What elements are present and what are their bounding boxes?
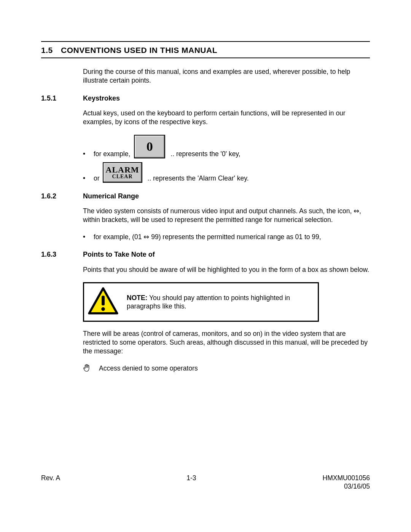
note-box: NOTE: You should pay attention to points…: [83, 282, 319, 322]
section-title: CONVENTIONS USED IN THIS MANUAL: [61, 45, 217, 55]
subsection-heading: 1.6.3 Points to Take Note of: [41, 250, 370, 259]
note-label: NOTE:: [127, 294, 147, 302]
subsection-para: Actual keys, used on the keyboard to per…: [83, 109, 370, 126]
rule-bottom: [41, 58, 370, 58]
zero-key-icon: 0: [134, 135, 165, 158]
stop-hand-icon: [83, 364, 91, 373]
footer-right: HMXMU001056 03/16/05: [323, 474, 370, 491]
bullet-text-pre: for example,: [94, 150, 130, 158]
subsection-heading: 1.6.2 Numerical Range: [41, 192, 370, 201]
subsection-para: Points that you should be aware of will …: [83, 265, 370, 274]
svg-rect-1: [102, 296, 105, 306]
subsection-para: The video system consists of numerous vi…: [83, 207, 370, 224]
after-note-para: There will be areas (control of cameras,…: [83, 329, 370, 355]
warning-triangle-icon: [88, 287, 118, 317]
subsection-number: 1.6.3: [41, 250, 83, 259]
section-intro: During the course of this manual, icons …: [83, 67, 370, 85]
list-item: • for example, 0 .. represents the '0' k…: [83, 135, 370, 158]
bullet-list: • for example, (01 ⇔ 99) represents the …: [83, 233, 370, 241]
page-footer: Rev. A 1-3 HMXMU001056 03/16/05: [41, 474, 370, 491]
rule-top: [41, 41, 370, 42]
subsection-number: 1.5.1: [41, 94, 83, 103]
footer-doc: HMXMU001056: [323, 474, 370, 482]
bullet-text-post: .. represents the '0' key,: [170, 150, 240, 158]
bullet-list: • for example, 0 .. represents the '0' k…: [83, 135, 370, 183]
list-item: • for example, (01 ⇔ 99) represents the …: [83, 233, 370, 241]
svg-point-2: [101, 307, 105, 311]
alarm-clear-key-icon: ALARM CLEAR: [103, 162, 142, 183]
subsection-heading: 1.5.1 Keystrokes: [41, 94, 370, 103]
subsection-number: 1.6.2: [41, 192, 83, 201]
footer-date: 03/16/05: [344, 482, 370, 490]
note-text: NOTE: You should pay attention to points…: [127, 294, 311, 311]
section-number: 1.5: [41, 45, 61, 55]
bullet-text: for example, (01 ⇔ 99) represents the pe…: [94, 233, 321, 241]
bullet-text-pre: or: [94, 174, 100, 183]
subsection-title: Points to Take Note of: [83, 250, 155, 259]
subsection-title: Numerical Range: [83, 192, 139, 201]
access-denied-row: Access denied to some operators: [83, 364, 370, 373]
access-denied-text: Access denied to some operators: [99, 364, 198, 373]
footer-center: 1-3: [186, 474, 196, 491]
footer-left: Rev. A: [41, 474, 60, 491]
bullet-text-post: .. represents the 'Alarm Clear' key.: [148, 174, 249, 183]
bullet-icon: •: [83, 174, 94, 183]
bullet-icon: •: [83, 233, 94, 241]
page: 1.5 CONVENTIONS USED IN THIS MANUAL Duri…: [0, 0, 411, 532]
list-item: • or ALARM CLEAR .. represents the 'Alar…: [83, 162, 370, 183]
section-heading: 1.5 CONVENTIONS USED IN THIS MANUAL: [41, 45, 370, 55]
note-body: You should pay attention to points highl…: [127, 294, 290, 310]
subsection-title: Keystrokes: [83, 94, 120, 103]
bullet-icon: •: [83, 150, 94, 158]
